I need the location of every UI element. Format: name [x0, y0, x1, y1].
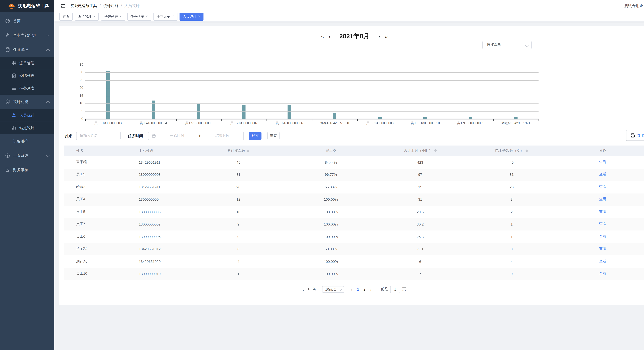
table-body: 章宇程134296519114584.44%42345查看员工313000000… [64, 156, 644, 280]
sidebar-item[interactable]: 站点统计 [0, 122, 54, 134]
sidebar-item[interactable]: 首页 [0, 14, 54, 28]
sidebar-item[interactable]: 财务审核 [0, 163, 54, 177]
name-input[interactable]: 请输入姓名 [76, 132, 121, 140]
sort-carets-icon[interactable] [247, 149, 250, 152]
y-axis-tick-label: 10 [73, 102, 83, 105]
column-header[interactable]: 合计工时（小时） [375, 146, 465, 156]
view-link[interactable]: 查看 [599, 172, 606, 177]
prev-page-button[interactable]: ‹ [351, 287, 352, 292]
next-year-button[interactable]: » [385, 34, 388, 39]
sort-carets-icon[interactable] [434, 149, 437, 152]
company-name: 测试专用企业 [624, 3, 644, 9]
view-link[interactable]: 查看 [599, 259, 606, 264]
goto-label: 前往 [381, 287, 388, 292]
x-axis-tick [493, 119, 494, 121]
view-link[interactable]: 查看 [599, 197, 606, 202]
y-axis-tick-label: 0 [73, 117, 83, 121]
sidebar-item[interactable]: 工资系统 [0, 148, 54, 163]
column-header[interactable]: 电工长次数（次） [465, 146, 558, 156]
tab[interactable]: 人员统计× [180, 13, 204, 21]
next-page-button[interactable]: › [370, 287, 372, 292]
column-header: 手机号码 [114, 146, 190, 156]
tab-close-icon[interactable]: × [198, 15, 200, 19]
tab[interactable]: 任务列表× [127, 13, 151, 21]
sidebar-item[interactable]: 缺陷列表 [0, 70, 54, 82]
table-cell: 45 [190, 156, 287, 168]
user-icon [11, 113, 16, 118]
tab-close-icon[interactable]: × [146, 15, 148, 19]
sidebar-item[interactable]: 派单管理 [0, 57, 54, 70]
sort-carets-icon[interactable] [526, 149, 528, 152]
next-month-button[interactable]: › [378, 34, 380, 39]
table-cell: 100.00% [287, 268, 375, 280]
end-date-placeholder[interactable]: 结束时间 [202, 133, 244, 138]
view-link[interactable]: 查看 [599, 160, 606, 165]
table-cell: 31 [190, 168, 287, 181]
no-icon [5, 139, 10, 144]
start-date-placeholder[interactable]: 开始时间 [156, 133, 198, 138]
sidebar-item-label: 任务列表 [19, 86, 34, 91]
x-axis-tick [357, 119, 358, 121]
table-cell: 26.3 [375, 231, 465, 243]
page-number[interactable]: 2 [361, 287, 368, 291]
prev-year-button[interactable]: « [321, 34, 324, 39]
helmet-logo-icon [8, 3, 15, 9]
sidebar-item[interactable]: 人员统计 [0, 109, 54, 122]
sidebar-item[interactable]: 企业内部维护 [0, 28, 54, 43]
view-link[interactable]: 查看 [599, 247, 606, 252]
breadcrumb-item[interactable]: 变配电运维工具 [70, 3, 97, 9]
page-size-select[interactable]: 10条/页 [322, 286, 344, 293]
table-cell-actions: 查看 [558, 206, 644, 218]
table-cell: 15 [375, 181, 465, 193]
sidebar-item-label: 任务管理 [13, 47, 28, 52]
table-cell-actions: 查看 [558, 156, 644, 168]
tab[interactable]: 手动派单× [154, 13, 178, 21]
sidebar-item[interactable]: 任务管理 [0, 43, 54, 57]
company-menu[interactable]: 测试专用企业 [624, 3, 644, 9]
tab-close-icon[interactable]: × [172, 15, 174, 19]
sidebar-item[interactable]: 统计功能 [0, 95, 54, 109]
view-link[interactable]: 查看 [599, 234, 606, 239]
page-number[interactable]: 1 [355, 287, 361, 291]
breadcrumb-item[interactable]: 统计功能 [103, 3, 118, 9]
chart-bar [242, 105, 246, 119]
sidebar-item[interactable]: 设备维护 [0, 134, 54, 148]
table-cell-actions: 查看 [558, 181, 644, 193]
prev-month-button[interactable]: ‹ [329, 34, 330, 39]
table-cell: 13429651911 [114, 156, 190, 168]
goto-page-input[interactable]: 1 [390, 285, 400, 293]
table-cell: 55.00% [287, 181, 375, 193]
table-cell: 423 [375, 156, 465, 168]
sidebar-item[interactable]: 任务列表 [0, 82, 54, 95]
reset-button[interactable]: 重置 [268, 132, 280, 140]
view-link[interactable]: 查看 [599, 222, 606, 227]
x-axis-tick-label: 员工413000000004 [130, 121, 176, 125]
list-icon [11, 86, 16, 91]
tab-close-icon[interactable]: × [120, 15, 122, 19]
search-button[interactable]: 搜索 [249, 132, 262, 140]
column-header[interactable]: 累计接单数 [190, 146, 287, 156]
date-range-picker[interactable]: 开始时间 至 结束时间 [148, 132, 244, 140]
collapse-menu-icon[interactable] [60, 3, 66, 9]
breadcrumb-item-current: 人员统计 [124, 3, 140, 9]
table-cell: 13000000006 [114, 231, 190, 243]
sort-select[interactable]: 按接单量 [482, 41, 532, 49]
chart-bar [106, 71, 110, 119]
x-axis-tick [221, 119, 222, 121]
tab[interactable]: 缺陷列表× [101, 13, 125, 21]
table-row: 哈哈2134296519112055.00%1520查看 [64, 181, 644, 193]
tab-close-icon[interactable]: × [94, 15, 96, 19]
tab[interactable]: 派单管理× [75, 13, 99, 21]
view-link[interactable]: 查看 [599, 209, 606, 214]
view-link[interactable]: 查看 [599, 271, 606, 276]
column-header-label: 完工率 [326, 148, 336, 153]
tab[interactable]: 首页 [59, 13, 73, 21]
table-cell: 13429651912 [114, 243, 190, 255]
table-cell: 1 [190, 268, 287, 280]
y-axis-tick-label: 15 [73, 94, 83, 97]
view-link[interactable]: 查看 [599, 185, 606, 190]
app-root: 变配电运维工具 首页企业内部维护任务管理派单管理缺陷列表任务列表统计功能人员统计… [0, 0, 644, 350]
export-button[interactable]: 导出 [626, 130, 644, 141]
table-cell: 章宇程 [64, 243, 114, 255]
sidebar-item-label: 首页 [13, 18, 20, 24]
